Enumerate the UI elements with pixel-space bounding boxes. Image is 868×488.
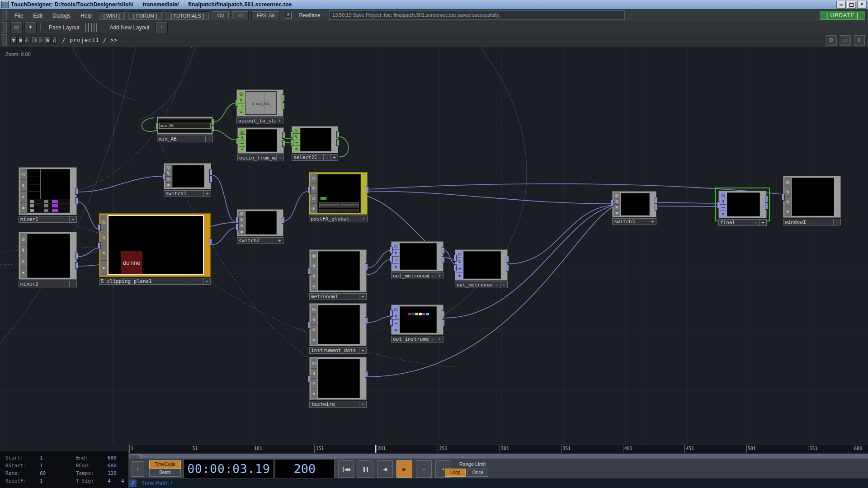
playhead[interactable] <box>375 445 376 454</box>
zero-button[interactable]: 0 <box>825 35 837 46</box>
node-final[interactable]: ◎↯→✶final+ <box>718 191 767 218</box>
bomb-flag-icon[interactable]: ✶ <box>311 335 317 345</box>
input-connector[interactable] <box>162 173 165 180</box>
node-plus-button[interactable]: + <box>70 281 77 287</box>
close-button[interactable]: × <box>857 1 867 9</box>
input-connector[interactable] <box>390 319 393 326</box>
bomb-flag-icon[interactable]: ✶ <box>238 229 245 235</box>
output-connector[interactable] <box>442 256 445 263</box>
input-connector[interactable] <box>307 187 311 193</box>
viewer-flag-icon[interactable]: ◎ <box>165 164 172 170</box>
output-connector[interactable] <box>75 253 78 259</box>
render-flag-icon[interactable]: ↯ <box>311 261 317 271</box>
node-name-label[interactable]: switch1 <box>164 190 204 197</box>
viewer-flag-icon[interactable]: ◎ <box>239 129 245 134</box>
output-connector[interactable] <box>765 203 768 210</box>
layout-option-split-vertical[interactable] <box>88 23 89 32</box>
node-plus-button[interactable]: + <box>70 216 77 223</box>
render-flag-icon[interactable]: ↯ <box>784 187 791 197</box>
bypass-flag-icon[interactable]: → <box>293 140 300 146</box>
output-connector[interactable] <box>442 319 445 326</box>
minus-button[interactable]: − <box>416 460 432 478</box>
output-connector[interactable] <box>75 188 78 195</box>
input-connector[interactable] <box>782 194 785 201</box>
menubar-grip[interactable] <box>1 10 7 21</box>
home-button[interactable]: ⌂ <box>52 37 57 44</box>
bookmark-star-button[interactable]: ★ <box>45 37 51 44</box>
render-flag-icon[interactable]: ↯ <box>165 170 172 176</box>
render-flag-icon[interactable]: ↯ <box>100 230 107 245</box>
layout-option-single[interactable] <box>85 23 86 32</box>
bomb-flag-icon[interactable]: ✶ <box>238 109 245 115</box>
stop-button[interactable]: ■ <box>19 37 23 44</box>
node-dot-button[interactable] <box>752 219 760 226</box>
node-postFX_global[interactable]: ◎↯×✶postFX_global+ <box>309 172 368 215</box>
timecode-toggle[interactable]: TimeCode <box>149 460 181 469</box>
output-connector[interactable] <box>211 119 214 126</box>
node-instrument_dots[interactable]: ◎↯×✶instrument_dots+ <box>309 303 367 346</box>
output-connector[interactable] <box>282 217 285 224</box>
node-window1[interactable]: ◎↯×✶window1+ <box>783 176 841 218</box>
bypass-flag-icon[interactable]: → <box>456 265 463 272</box>
panebar-grip[interactable] <box>1 22 7 33</box>
bomb-flag-icon[interactable]: ✶ <box>20 267 27 278</box>
bypass-flag-icon[interactable]: × <box>165 177 172 182</box>
link-button-wiki[interactable]: [ WIKI ] <box>99 12 125 20</box>
node-plus-button[interactable]: + <box>277 155 284 161</box>
node-name-label[interactable]: final <box>718 219 752 226</box>
output-connector[interactable] <box>655 197 658 204</box>
node-plus-button[interactable]: + <box>206 136 213 142</box>
bypass-flag-icon[interactable]: → <box>392 257 399 263</box>
node-dot-button[interactable] <box>429 336 436 343</box>
render-flag-icon[interactable]: ↯ <box>311 369 317 379</box>
i-button[interactable]: I <box>132 461 144 477</box>
input-connector[interactable] <box>390 310 393 317</box>
bomb-flag-icon[interactable]: ✶ <box>165 183 172 188</box>
render-flag-icon[interactable]: ↯ <box>238 217 245 223</box>
node-name-label[interactable]: metronom1 <box>309 293 359 300</box>
bomb-flag-icon[interactable]: ✶ <box>20 203 27 214</box>
step-back-button[interactable]: ◀ <box>377 460 393 478</box>
render-flag-icon[interactable]: ↯ <box>293 134 300 140</box>
input-connector[interactable] <box>290 131 293 138</box>
bypass-flag-icon[interactable]: × <box>100 245 107 260</box>
render-flag-icon[interactable]: ↯ <box>392 250 399 257</box>
output-connector[interactable] <box>282 132 285 139</box>
render-flag-icon[interactable]: ↯ <box>20 180 27 191</box>
node-metronom1[interactable]: ◎↯×✶metronom1+ <box>309 249 367 292</box>
target-fps-field[interactable]: 60 <box>232 11 248 19</box>
bomb-flag-icon[interactable]: ✶ <box>392 264 399 271</box>
node-out_metronom[interactable]: ◎↯→✶out_metronom+ <box>391 241 443 272</box>
realtime-checkbox[interactable]: X <box>285 12 292 19</box>
node-plus-button[interactable]: + <box>331 154 338 161</box>
time-path-root-button[interactable]: / <box>129 479 137 487</box>
viewer-flag-icon[interactable]: ◎ <box>392 243 399 249</box>
input-connector[interactable] <box>236 217 239 224</box>
bomb-flag-icon[interactable]: ✶ <box>310 204 317 213</box>
drop-down-button[interactable]: ⇩ <box>853 35 865 46</box>
output-connector[interactable] <box>365 263 368 270</box>
output-connector[interactable] <box>506 265 509 272</box>
node-plus-button[interactable]: + <box>204 190 211 197</box>
bypass-flag-icon[interactable]: × <box>311 271 317 281</box>
node-plus-button[interactable]: + <box>500 282 508 288</box>
viewer-flag-icon[interactable]: ◎ <box>311 358 317 368</box>
input-connector[interactable] <box>611 200 614 206</box>
bypass-flag-icon[interactable]: → <box>238 103 245 109</box>
output-connector[interactable] <box>75 262 78 269</box>
node-name-label[interactable]: out_instrument_dots <box>391 336 429 343</box>
input-connector[interactable] <box>717 202 720 208</box>
oi-button[interactable]: O|I <box>212 11 229 19</box>
render-flag-icon[interactable]: ↯ <box>310 183 317 193</box>
node-name-label[interactable]: mix_AB <box>157 136 206 142</box>
render-flag-icon[interactable]: ↯ <box>239 135 245 140</box>
render-flag-icon[interactable]: ↯ <box>720 198 726 204</box>
node-name-label[interactable]: instrument_dots <box>309 347 359 354</box>
viewer-flag-icon[interactable]: ◎ <box>100 215 107 230</box>
node-mix_AB[interactable]: mix ABmix_AB+ <box>157 117 213 135</box>
layout-option-grid[interactable] <box>96 23 97 32</box>
loop-button[interactable]: Loop <box>445 469 466 477</box>
node-out_metronom1[interactable]: ◎↯→✶out_metronom1+ <box>455 249 508 281</box>
node-name-label[interactable]: postFX_global <box>309 216 360 222</box>
output-connector[interactable] <box>336 139 340 146</box>
